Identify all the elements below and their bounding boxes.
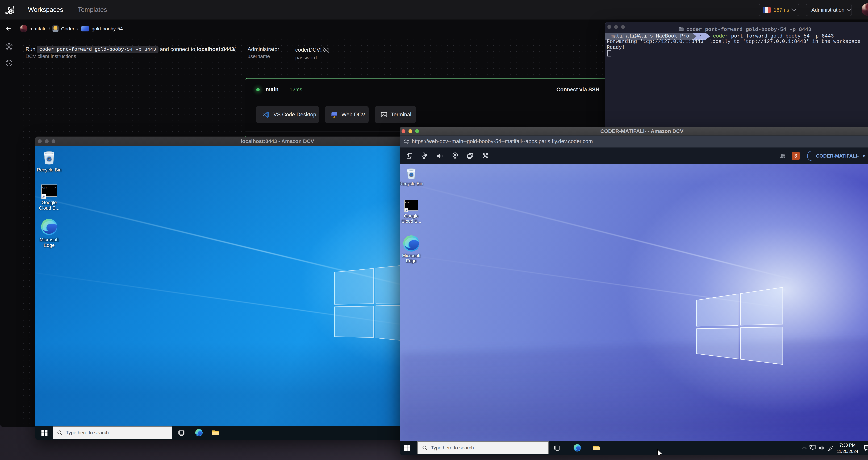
svg-text:♻: ♻ [46, 156, 52, 162]
svg-text:♻: ♻ [409, 172, 413, 177]
